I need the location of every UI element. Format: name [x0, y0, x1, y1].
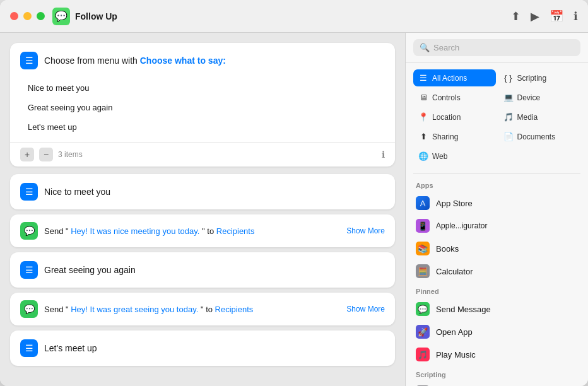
menu-block-title: Choose from menu with Choose what to say…	[44, 56, 226, 66]
device-icon: 💻	[503, 93, 514, 102]
scripting-label: Scripting	[517, 74, 547, 83]
section-1-title: Nice to meet you	[44, 187, 110, 197]
send-message-icon: 💬	[416, 302, 430, 316]
section-1-icon: ☰	[20, 183, 38, 201]
sharing-icon: ⬆	[418, 132, 428, 141]
media-label: Media	[517, 113, 538, 122]
app-store-icon: A	[416, 196, 430, 210]
main-content: ☰ Choose from menu with Choose what to s…	[0, 33, 588, 386]
workflow-panel: ☰ Choose from menu with Choose what to s…	[0, 33, 405, 386]
info-icon[interactable]: ℹ	[573, 9, 578, 23]
section-3-title: Let's meet up	[44, 343, 97, 353]
play-button[interactable]: ▶	[531, 9, 539, 23]
action-item-send-message[interactable]: 💬 Send Message	[406, 298, 588, 320]
categories-grid: ☰ All Actions { } Scripting 🖥 Controls 💻…	[406, 63, 588, 171]
sharing-label: Sharing	[432, 132, 458, 141]
send-block-2: 💬 Send " Hey! It was great seeing you to…	[10, 293, 395, 325]
menu-block-icon: ☰	[20, 52, 38, 69]
open-app-icon: 🚀	[416, 325, 430, 339]
menu-block: ☰ Choose from menu with Choose what to s…	[10, 43, 395, 167]
action-item-apple-igurator[interactable]: 📱 Apple...igurator	[406, 214, 588, 237]
recipients-1[interactable]: Recipients	[216, 226, 255, 236]
books-icon: 📚	[416, 242, 430, 255]
title-bar-actions: ⬆ ▶ 📅 ℹ	[511, 9, 578, 23]
maximize-button[interactable]	[37, 12, 45, 20]
item-count: 3 items	[58, 150, 377, 159]
add-item-button[interactable]: +	[20, 148, 34, 161]
action-item-play-music[interactable]: 🎵 Play Music	[406, 343, 588, 366]
sidebar-item-scripting[interactable]: { } Scripting	[498, 69, 581, 86]
documents-label: Documents	[517, 132, 556, 141]
apps-section-label: Apps	[406, 177, 588, 192]
section-2-title: Great seeing you again	[44, 265, 136, 275]
section-2-icon: ☰	[20, 261, 38, 279]
section-lets-meet-up: ☰ Let's meet up	[10, 330, 395, 366]
sidebar-item-all-actions[interactable]: ☰ All Actions	[413, 69, 496, 86]
send-text-2: Send " Hey! It was great seeing you toda…	[44, 305, 340, 314]
sidebar-item-documents[interactable]: 📄 Documents	[498, 128, 581, 145]
action-item-books[interactable]: 📚 Books	[406, 237, 588, 260]
section-great-seeing-you: ☰ Great seeing you again	[10, 252, 395, 288]
share-button[interactable]: ⬆	[511, 9, 520, 23]
device-label: Device	[517, 93, 541, 102]
app-icon: 💬	[52, 8, 70, 25]
section-2-header: ☰ Great seeing you again	[10, 252, 395, 288]
sidebar-item-sharing[interactable]: ⬆ Sharing	[413, 128, 496, 145]
menu-footer: + − 3 items ℹ	[10, 142, 395, 167]
sidebar-section-list: Apps A App Store 📱 Apple...igurator 📚 Bo…	[406, 177, 588, 386]
send-message-label: Send Message	[436, 305, 491, 314]
sidebar-item-web[interactable]: 🌐 Web	[413, 148, 496, 165]
list-item[interactable]: Nice to meet you	[20, 78, 385, 98]
action-item-open-app[interactable]: 🚀 Open App	[406, 320, 588, 343]
sidebar-item-controls[interactable]: 🖥 Controls	[413, 89, 496, 106]
sidebar-item-device[interactable]: 💻 Device	[498, 89, 581, 106]
books-label: Books	[436, 244, 459, 254]
documents-icon: 📄	[503, 132, 514, 141]
main-window: 💬 Follow Up ⬆ ▶ 📅 ℹ ☰ Choose from menu w…	[0, 0, 588, 386]
section-3-header: ☰ Let's meet up	[10, 330, 395, 366]
show-more-2[interactable]: Show More	[346, 305, 385, 313]
search-bar: 🔍	[406, 33, 588, 63]
scripting-section-label: Scripting	[406, 366, 588, 381]
apple-igurator-label: Apple...igurator	[436, 221, 487, 230]
play-music-label: Play Music	[436, 350, 476, 360]
list-item[interactable]: Let's meet up	[20, 117, 385, 137]
action-item-app-store[interactable]: A App Store	[406, 192, 588, 214]
actions-panel: 🔍 ☰ All Actions { } Scripting 🖥 Controls	[405, 33, 588, 386]
section-1-header: ☰ Nice to meet you	[10, 174, 395, 209]
menu-block-header: ☰ Choose from menu with Choose what to s…	[10, 43, 395, 78]
window-title: Follow Up	[75, 11, 511, 21]
web-label: Web	[432, 152, 447, 161]
send-icon-1: 💬	[20, 222, 38, 240]
calendar-icon[interactable]: 📅	[550, 9, 563, 23]
remove-item-button[interactable]: −	[39, 148, 53, 161]
calculator-icon: 🧮	[416, 264, 430, 278]
location-icon: 📍	[418, 112, 428, 122]
apple-igurator-icon: 📱	[416, 219, 430, 233]
open-app-label: Open App	[436, 327, 473, 337]
search-input-wrap: 🔍	[413, 39, 580, 56]
scripting-icon: { }	[503, 73, 514, 83]
info-icon[interactable]: ℹ	[382, 149, 385, 160]
section-nice-to-meet-you: ☰ Nice to meet you	[10, 174, 395, 209]
search-input[interactable]	[433, 43, 574, 52]
action-item-calculator[interactable]: 🧮 Calculator	[406, 260, 588, 283]
sidebar-divider	[413, 173, 580, 174]
close-button[interactable]	[10, 12, 18, 20]
show-more-1[interactable]: Show More	[346, 226, 385, 235]
action-item-comment[interactable]: ≡ Comment	[406, 381, 588, 386]
recipients-2[interactable]: Recipients	[215, 305, 254, 314]
sidebar-item-media[interactable]: 🎵 Media	[498, 108, 581, 126]
traffic-lights	[10, 12, 45, 20]
title-bar: 💬 Follow Up ⬆ ▶ 📅 ℹ	[0, 0, 588, 33]
app-store-label: App Store	[436, 199, 473, 208]
menu-items: Nice to meet you Great seeing you again …	[10, 78, 395, 142]
all-actions-label: All Actions	[432, 74, 467, 83]
section-3-icon: ☰	[20, 339, 38, 357]
send-block-1: 💬 Send " Hey! It was nice meeting you to…	[10, 214, 395, 247]
search-icon: 🔍	[420, 43, 430, 52]
minimize-button[interactable]	[23, 12, 32, 20]
list-item[interactable]: Great seeing you again	[20, 98, 385, 117]
sidebar-item-location[interactable]: 📍 Location	[413, 108, 496, 126]
web-icon: 🌐	[418, 151, 428, 161]
